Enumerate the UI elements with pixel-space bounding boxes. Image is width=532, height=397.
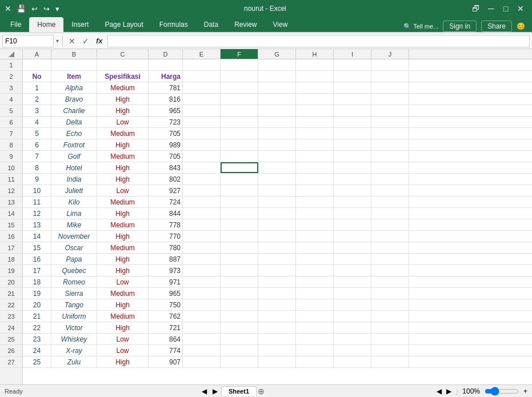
cell-I4[interactable]	[334, 94, 371, 105]
cell-B8[interactable]: Foxtrot	[51, 139, 97, 150]
cell-B1[interactable]	[51, 59, 97, 70]
row-num-20[interactable]: 20	[0, 276, 22, 288]
cell-D10[interactable]: 843	[149, 162, 183, 173]
cell-F2[interactable]	[221, 71, 258, 82]
cell-D9[interactable]: 705	[149, 151, 183, 162]
cell-D19[interactable]: 973	[149, 265, 183, 276]
cell-J15[interactable]	[371, 219, 409, 230]
cell-D13[interactable]: 724	[149, 197, 183, 207]
row-num-26[interactable]: 26	[0, 345, 22, 356]
row-num-16[interactable]: 16	[0, 231, 22, 242]
cell-E20[interactable]	[183, 276, 221, 287]
cell-D14[interactable]: 844	[149, 208, 183, 219]
cell-E12[interactable]	[183, 185, 221, 196]
cell-E18[interactable]	[183, 254, 221, 264]
cell-E4[interactable]	[183, 94, 221, 105]
cell-G4[interactable]	[258, 94, 296, 105]
cell-G7[interactable]	[258, 128, 296, 139]
cell-A24[interactable]: 22	[23, 322, 51, 333]
name-box-dropdown[interactable]: ▾	[56, 38, 59, 44]
maximize-button[interactable]: □	[499, 2, 513, 15]
cell-C21[interactable]: Medium	[97, 288, 149, 299]
cell-E22[interactable]	[183, 299, 221, 310]
cell-C6[interactable]: Low	[97, 117, 149, 127]
cell-H6[interactable]	[296, 117, 334, 127]
cell-C16[interactable]: High	[97, 231, 149, 242]
cell-D18[interactable]: 887	[149, 254, 183, 264]
cell-A2[interactable]: No	[23, 71, 51, 82]
tab-formulas[interactable]: Formulas	[151, 17, 196, 32]
cell-I18[interactable]	[334, 254, 371, 264]
cell-J3[interactable]	[371, 82, 409, 93]
cell-J11[interactable]	[371, 174, 409, 185]
add-sheet-button[interactable]: ⊕	[258, 387, 265, 396]
cell-C9[interactable]: Medium	[97, 151, 149, 162]
prev-sheet-button[interactable]: ◀	[199, 387, 209, 395]
cell-H20[interactable]	[296, 276, 334, 287]
cell-D12[interactable]: 927	[149, 185, 183, 196]
tab-view[interactable]: View	[265, 17, 296, 32]
row-num-24[interactable]: 24	[0, 322, 22, 334]
cell-E21[interactable]	[183, 288, 221, 299]
cell-D11[interactable]: 802	[149, 174, 183, 185]
tab-insert[interactable]: Insert	[63, 17, 97, 32]
cell-I17[interactable]	[334, 242, 371, 253]
cell-J1[interactable]	[371, 59, 409, 70]
cell-I16[interactable]	[334, 231, 371, 242]
cell-H2[interactable]	[296, 71, 334, 82]
cell-D17[interactable]: 780	[149, 242, 183, 253]
cell-D24[interactable]: 721	[149, 322, 183, 333]
col-header-i[interactable]: I	[334, 49, 371, 59]
cell-G21[interactable]	[258, 288, 296, 299]
row-num-2[interactable]: 2	[0, 71, 22, 82]
cell-J13[interactable]	[371, 197, 409, 207]
tab-home[interactable]: Home	[29, 17, 63, 32]
cell-D27[interactable]: 907	[149, 356, 183, 367]
cell-J14[interactable]	[371, 208, 409, 219]
cell-H24[interactable]	[296, 322, 334, 333]
cell-F14[interactable]	[221, 208, 258, 219]
cell-I25[interactable]	[334, 334, 371, 344]
cell-I9[interactable]	[334, 151, 371, 162]
cell-J16[interactable]	[371, 231, 409, 242]
cell-D4[interactable]: 816	[149, 94, 183, 105]
cell-J19[interactable]	[371, 265, 409, 276]
cell-H10[interactable]	[296, 162, 334, 173]
cell-D7[interactable]: 705	[149, 128, 183, 139]
cell-J8[interactable]	[371, 139, 409, 150]
row-num-23[interactable]: 23	[0, 311, 22, 322]
cell-H1[interactable]	[296, 59, 334, 70]
cell-H16[interactable]	[296, 231, 334, 242]
cell-B16[interactable]: November	[51, 231, 97, 242]
cell-I7[interactable]	[334, 128, 371, 139]
cell-I15[interactable]	[334, 219, 371, 230]
row-num-22[interactable]: 22	[0, 299, 22, 311]
row-num-10[interactable]: 10	[0, 162, 22, 174]
col-header-c[interactable]: C	[97, 49, 149, 59]
cell-F22[interactable]	[221, 299, 258, 310]
cell-G20[interactable]	[258, 276, 296, 287]
tab-page-layout[interactable]: Page Layout	[97, 17, 151, 32]
cell-E27[interactable]	[183, 356, 221, 367]
row-num-18[interactable]: 18	[0, 254, 22, 265]
cell-J22[interactable]	[371, 299, 409, 310]
cell-A7[interactable]: 5	[23, 128, 51, 139]
cell-F3[interactable]	[221, 82, 258, 93]
cell-E3[interactable]	[183, 82, 221, 93]
cell-H9[interactable]	[296, 151, 334, 162]
cell-J4[interactable]	[371, 94, 409, 105]
col-header-j[interactable]: J	[371, 49, 409, 59]
cell-G25[interactable]	[258, 334, 296, 344]
cell-C7[interactable]: Medium	[97, 128, 149, 139]
cell-B2[interactable]: Item	[51, 71, 97, 82]
cell-H23[interactable]	[296, 311, 334, 322]
cell-E19[interactable]	[183, 265, 221, 276]
cell-H11[interactable]	[296, 174, 334, 185]
cell-B27[interactable]: Zulu	[51, 356, 97, 367]
cell-J18[interactable]	[371, 254, 409, 264]
cell-F25[interactable]	[221, 334, 258, 344]
cell-D2[interactable]: Harga	[149, 71, 183, 82]
redo-button[interactable]: ↪	[42, 3, 51, 14]
cell-I10[interactable]	[334, 162, 371, 173]
row-num-4[interactable]: 4	[0, 94, 22, 105]
